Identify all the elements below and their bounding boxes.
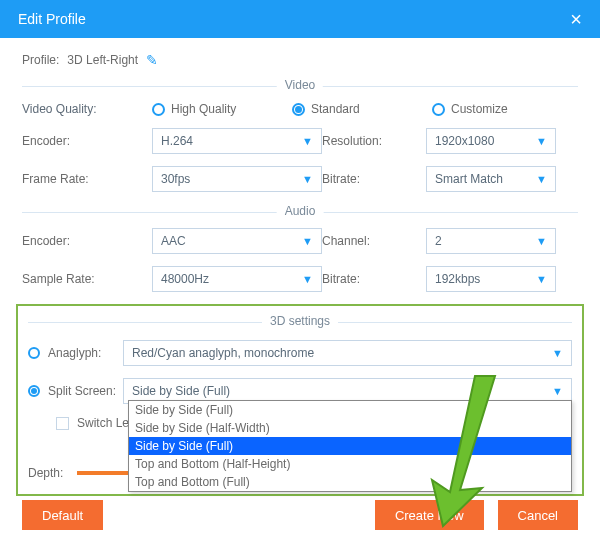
radio-high-quality[interactable]: High Quality <box>152 102 292 116</box>
content-area: Profile: 3D Left-Right ✎ Video Video Qua… <box>0 38 600 496</box>
audio-encoder-row: Encoder: AAC▼ Channel: 2▼ <box>22 228 578 254</box>
video-quality-row: Video Quality: High Quality Standard Cus… <box>22 102 578 116</box>
three-d-section-separator: 3D settings <box>28 314 572 330</box>
video-framerate-combo[interactable]: 30fps▼ <box>152 166 322 192</box>
create-new-button[interactable]: Create New <box>375 500 484 530</box>
chevron-down-icon: ▼ <box>536 173 547 185</box>
video-resolution-combo[interactable]: 1920x1080▼ <box>426 128 556 154</box>
video-encoder-combo[interactable]: H.264▼ <box>152 128 322 154</box>
close-icon[interactable]: × <box>570 8 582 31</box>
audio-section-separator: Audio <box>22 204 578 220</box>
title-bar: Edit Profile × <box>0 0 600 38</box>
chevron-down-icon: ▼ <box>302 135 313 147</box>
video-section-label: Video <box>277 78 323 92</box>
split-screen-dropdown-list[interactable]: Side by Side (Full) Side by Side (Half-W… <box>128 400 572 492</box>
chevron-down-icon: ▼ <box>302 273 313 285</box>
audio-section-label: Audio <box>277 204 324 218</box>
depth-label: Depth: <box>28 466 63 480</box>
radio-anaglyph[interactable]: Anaglyph: <box>28 346 123 360</box>
chevron-down-icon: ▼ <box>552 347 563 359</box>
audio-samplerate-row: Sample Rate: 48000Hz▼ Bitrate: 192kbps▼ <box>22 266 578 292</box>
edit-icon[interactable]: ✎ <box>146 52 158 68</box>
chevron-down-icon: ▼ <box>536 235 547 247</box>
video-bitrate-combo[interactable]: Smart Match▼ <box>426 166 556 192</box>
audio-channel-combo[interactable]: 2▼ <box>426 228 556 254</box>
anaglyph-combo[interactable]: Red/Cyan anaglyph, monochrome▼ <box>123 340 572 366</box>
footer-buttons: Default Create New Cancel <box>22 500 578 530</box>
audio-samplerate-label: Sample Rate: <box>22 272 152 286</box>
chevron-down-icon: ▼ <box>536 135 547 147</box>
chevron-down-icon: ▼ <box>302 173 313 185</box>
profile-label: Profile: <box>22 53 59 67</box>
dropdown-option[interactable]: Side by Side (Half-Width) <box>129 419 571 437</box>
dropdown-header: Side by Side (Full) <box>129 401 571 419</box>
radio-customize[interactable]: Customize <box>432 102 572 116</box>
dropdown-option[interactable]: Top and Bottom (Full) <box>129 473 571 491</box>
radio-split-screen[interactable]: Split Screen: <box>28 384 123 398</box>
profile-value: 3D Left-Right <box>67 53 138 67</box>
profile-row: Profile: 3D Left-Right ✎ <box>22 52 578 68</box>
three-d-section-label: 3D settings <box>262 314 338 328</box>
video-bitrate-label: Bitrate: <box>322 172 426 186</box>
anaglyph-row: Anaglyph: Red/Cyan anaglyph, monochrome▼ <box>28 340 572 366</box>
switch-left-checkbox[interactable]: Switch Left <box>56 416 136 430</box>
audio-encoder-combo[interactable]: AAC▼ <box>152 228 322 254</box>
video-resolution-label: Resolution: <box>322 134 426 148</box>
audio-samplerate-combo[interactable]: 48000Hz▼ <box>152 266 322 292</box>
radio-standard[interactable]: Standard <box>292 102 432 116</box>
window-title: Edit Profile <box>18 11 86 27</box>
audio-bitrate-label: Bitrate: <box>322 272 426 286</box>
video-section-separator: Video <box>22 78 578 94</box>
chevron-down-icon: ▼ <box>536 273 547 285</box>
video-framerate-row: Frame Rate: 30fps▼ Bitrate: Smart Match▼ <box>22 166 578 192</box>
dropdown-option[interactable]: Top and Bottom (Half-Height) <box>129 455 571 473</box>
audio-bitrate-combo[interactable]: 192kbps▼ <box>426 266 556 292</box>
cancel-button[interactable]: Cancel <box>498 500 578 530</box>
dropdown-option-selected[interactable]: Side by Side (Full) <box>129 437 571 455</box>
chevron-down-icon: ▼ <box>302 235 313 247</box>
video-quality-label: Video Quality: <box>22 102 152 116</box>
video-encoder-label: Encoder: <box>22 134 152 148</box>
chevron-down-icon: ▼ <box>552 385 563 397</box>
default-button[interactable]: Default <box>22 500 103 530</box>
audio-encoder-label: Encoder: <box>22 234 152 248</box>
video-framerate-label: Frame Rate: <box>22 172 152 186</box>
video-encoder-row: Encoder: H.264▼ Resolution: 1920x1080▼ <box>22 128 578 154</box>
three-d-settings-box: 3D settings Anaglyph: Red/Cyan anaglyph,… <box>16 304 584 496</box>
audio-channel-label: Channel: <box>322 234 426 248</box>
